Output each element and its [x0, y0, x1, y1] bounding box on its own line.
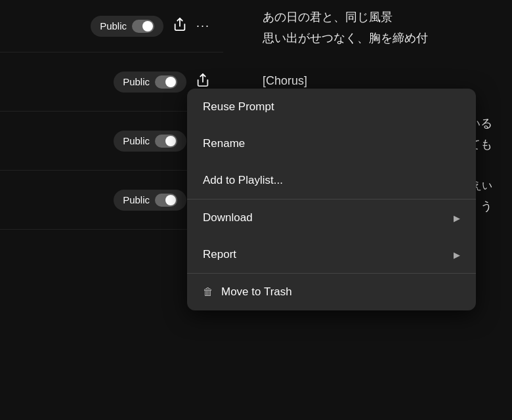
trash-label-group: 🗑 Move to Trash — [203, 285, 292, 299]
public-label: Public — [123, 76, 150, 87]
menu-item-label: Rename — [203, 137, 245, 150]
public-toggle-row4[interactable]: Public — [114, 190, 186, 211]
share-icon[interactable] — [173, 17, 187, 35]
chevron-right-icon: ▶ — [454, 213, 460, 223]
public-toggle-row3[interactable]: Public — [114, 131, 186, 152]
public-label: Public — [123, 135, 150, 146]
toggle-knob — [165, 136, 176, 146]
trash-icon: 🗑 — [203, 286, 213, 298]
toggle-switch[interactable] — [155, 194, 177, 207]
menu-item-add-to-playlist[interactable]: Add to Playlist... — [187, 162, 476, 199]
menu-item-label: Add to Playlist... — [203, 174, 283, 187]
menu-item-label: Report — [203, 248, 236, 261]
toggle-switch[interactable] — [155, 75, 177, 89]
list-item: Public ··· — [0, 0, 223, 52]
lyric-line: 思い出がせつなく、胸を締め付 — [263, 28, 499, 49]
lyric-line: あの日の君と、同じ風景 — [263, 7, 499, 28]
more-options-icon[interactable]: ··· — [196, 19, 210, 33]
context-menu: Reuse Prompt Rename Add to Playlist... D… — [187, 89, 476, 310]
public-label: Public — [100, 20, 127, 32]
public-label: Public — [123, 194, 150, 205]
menu-item-rename[interactable]: Rename — [187, 125, 476, 162]
toggle-switch[interactable] — [132, 20, 154, 33]
menu-item-label: Move to Trash — [221, 285, 292, 299]
toggle-knob — [165, 195, 176, 205]
share-icon[interactable] — [196, 73, 210, 91]
menu-item-label: Download — [203, 211, 253, 224]
toggle-switch[interactable] — [155, 135, 177, 148]
public-toggle-row2[interactable]: Public — [114, 72, 186, 93]
toggle-knob — [142, 21, 153, 32]
chevron-right-icon: ▶ — [454, 250, 460, 260]
menu-item-download[interactable]: Download ▶ — [187, 200, 476, 236]
menu-item-report[interactable]: Report ▶ — [187, 236, 476, 273]
menu-item-label: Reuse Prompt — [203, 100, 274, 114]
public-toggle-row1[interactable]: Public — [91, 16, 163, 37]
menu-item-reuse-prompt[interactable]: Reuse Prompt — [187, 89, 476, 125]
toggle-knob — [165, 77, 176, 87]
menu-item-move-to-trash[interactable]: 🗑 Move to Trash — [187, 274, 476, 310]
